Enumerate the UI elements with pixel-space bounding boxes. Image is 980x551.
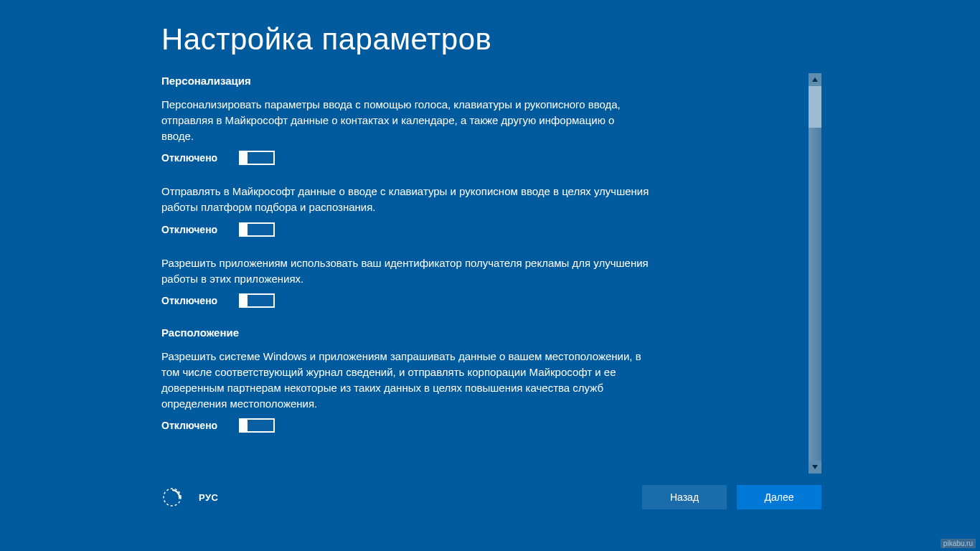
- toggle-switch[interactable]: [239, 151, 275, 165]
- setting-description: Разрешить системе Windows и приложениям …: [161, 349, 649, 411]
- vertical-scrollbar[interactable]: [809, 73, 821, 474]
- footer-right: Назад Далее: [642, 485, 821, 509]
- footer-left: РУС: [161, 486, 218, 508]
- setting-item: Отправлять в Майкрософт данные о вводе с…: [161, 184, 649, 237]
- next-button[interactable]: Далее: [737, 485, 821, 509]
- setting-description: Персонализировать параметры ввода с помо…: [161, 97, 649, 143]
- toggle-row: Отключено: [161, 151, 649, 165]
- toggle-state-label: Отключено: [161, 224, 223, 235]
- svg-point-2: [164, 489, 181, 506]
- oobe-settings-page: Настройка параметров Персонализация Перс…: [0, 0, 980, 551]
- toggle-switch[interactable]: [239, 222, 275, 237]
- scroll-up-button[interactable]: [809, 73, 821, 86]
- setting-item: Разрешить приложениям использовать ваш и…: [161, 255, 649, 309]
- toggle-switch[interactable]: [239, 293, 275, 308]
- svg-marker-1: [812, 465, 818, 469]
- toggle-switch[interactable]: [239, 418, 275, 433]
- setting-description: Разрешить приложениям использовать ваш и…: [161, 255, 649, 287]
- content-area: Настройка параметров Персонализация Перс…: [161, 29, 821, 474]
- scroll-thumb[interactable]: [809, 86, 821, 128]
- watermark: pikabu.ru: [941, 539, 976, 548]
- footer-bar: РУС Назад Далее: [161, 485, 821, 509]
- toggle-row: Отключено: [161, 418, 649, 433]
- toggle-state-label: Отключено: [161, 295, 223, 306]
- toggle-row: Отключено: [161, 222, 649, 237]
- svg-marker-0: [812, 77, 818, 82]
- setting-item: Персонализировать параметры ввода с помо…: [161, 97, 649, 165]
- scroll-down-button[interactable]: [809, 461, 821, 474]
- language-indicator[interactable]: РУС: [199, 492, 218, 503]
- back-button[interactable]: Назад: [642, 485, 727, 509]
- setting-item: Разрешить системе Windows и приложениям …: [161, 349, 649, 433]
- ease-of-access-icon[interactable]: [161, 486, 183, 508]
- toggle-row: Отключено: [161, 293, 649, 308]
- setting-description: Отправлять в Майкрософт данные о вводе с…: [161, 184, 649, 215]
- toggle-state-label: Отключено: [161, 152, 223, 164]
- section-heading-location: Расположение: [161, 326, 821, 339]
- toggle-state-label: Отключено: [161, 420, 223, 431]
- section-heading-personalization: Персонализация: [161, 75, 821, 87]
- page-title: Настройка параметров: [161, 24, 821, 55]
